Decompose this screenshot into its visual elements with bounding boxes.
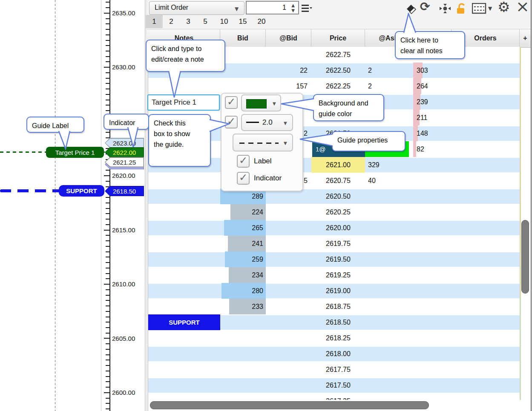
price-cell[interactable]: 2622.75 — [311, 47, 365, 63]
axis-tick — [106, 203, 109, 203]
bid-size-cell[interactable]: 233 — [148, 299, 263, 314]
at-ask-cell[interactable]: 2 — [368, 78, 372, 94]
ladder-row[interactable]: 2652620.00 — [148, 220, 520, 236]
spin-down-icon[interactable]: ▼ — [291, 9, 295, 13]
ladder-row[interactable]: 1572622.252264 — [148, 78, 520, 94]
menu-icon[interactable] — [301, 4, 312, 13]
preset-quantity-button[interactable]: 3 — [180, 15, 197, 28]
spin-up-icon[interactable]: ▲ — [291, 3, 295, 8]
ladder-row[interactable]: 2412619.75 — [148, 236, 520, 251]
horizontal-scrollbar-thumb[interactable] — [150, 401, 429, 409]
at-ask-cell[interactable]: 2 — [368, 63, 372, 78]
price-cell[interactable]: 2618.25 — [311, 330, 365, 346]
price-cell[interactable]: 2622.25 — [311, 78, 365, 94]
price-cell[interactable]: 2617.75 — [311, 362, 365, 377]
callout-text: edit/create a note — [151, 54, 220, 65]
preset-quantity-button[interactable]: 5 — [197, 15, 214, 28]
ask-size-cell[interactable]: 148 — [417, 126, 428, 141]
note-cell[interactable]: SUPPORT — [148, 314, 220, 330]
ladder-row[interactable]: 2592619.50 — [148, 251, 520, 267]
price-cell[interactable]: 2619.00 — [311, 283, 365, 299]
preset-quantity-button[interactable]: 10 — [216, 15, 233, 28]
preset-quantity-button[interactable]: 1 — [146, 15, 163, 28]
price-indicator-tag[interactable]: 2618.50 — [105, 186, 144, 196]
price-cell[interactable]: 2619.25 — [311, 267, 365, 283]
axis-tick — [106, 208, 109, 209]
ladder-edge-strip-upper — [520, 47, 521, 298]
ladder-row[interactable]: SUPPORT2618.50 — [148, 314, 520, 330]
color-enable-checkbox[interactable]: ✓ — [225, 96, 238, 109]
ladder-row[interactable]: 2618.00 — [148, 346, 520, 362]
price-indicator-tag[interactable]: 2621.25 — [105, 157, 144, 167]
ladder-row[interactable]: 2332618.75 — [148, 299, 520, 314]
bid-size-cell[interactable]: 280 — [148, 283, 263, 299]
guide-label-target-price[interactable]: Target Price 1 — [46, 147, 104, 158]
ladder-row[interactable]: 2617.25 — [148, 393, 520, 400]
axis-tick — [106, 7, 109, 8]
grid-columns-icon[interactable] — [472, 3, 486, 14]
price-cell[interactable]: 2620.50 — [311, 188, 365, 204]
price-cell[interactable]: 2620.25 — [311, 204, 365, 220]
ladder-row[interactable]: 2617.50 — [148, 377, 520, 393]
axis-tick — [106, 213, 109, 214]
price-cell[interactable]: 2619.75 — [311, 236, 365, 251]
price-cell[interactable]: 2622.50 — [311, 63, 365, 78]
preset-quantity-button[interactable]: 15 — [234, 15, 251, 28]
guide-color-dropdown[interactable]: ▼ — [241, 94, 281, 111]
ask-size-cell[interactable]: 239 — [417, 94, 428, 110]
price-cell[interactable]: 2618.00 — [311, 346, 365, 362]
callout-edit-note: Click and type toedit/create a note — [146, 40, 225, 72]
price-cell[interactable]: 2617.50 — [311, 377, 365, 393]
bid-size-cell[interactable]: 234 — [148, 267, 263, 283]
ladder-row[interactable]: 52620.7540 — [148, 173, 520, 188]
indicator-checkbox[interactable]: ✓ — [237, 172, 250, 185]
ask-size-cell[interactable]: 303 — [417, 63, 428, 78]
price-indicator-tag[interactable]: 2622.00 — [105, 147, 144, 157]
bid-size-cell[interactable]: 265 — [148, 220, 263, 236]
preset-quantity-button[interactable]: 20 — [253, 15, 270, 28]
quantity-stepper[interactable]: 1 ▲ ▼ — [246, 1, 299, 14]
price-axis[interactable] — [109, 0, 110, 411]
price-cell[interactable]: 2620.00 — [311, 220, 365, 236]
grid-chevron-icon[interactable]: ▼ — [488, 6, 492, 11]
vertical-scrollbar-thumb[interactable] — [521, 220, 529, 294]
ask-size-cell[interactable]: 264 — [417, 78, 428, 94]
settings-gear-icon[interactable]: ⚙ — [497, 0, 510, 14]
price-cell[interactable]: 2618.75 — [311, 299, 365, 314]
ask-size-cell[interactable]: 82 — [417, 141, 424, 157]
line-width-dropdown[interactable]: 2.0 ▼ — [241, 114, 293, 131]
dash-sample — [239, 143, 279, 144]
guide-label-support[interactable]: SUPPORT — [59, 185, 104, 197]
close-icon[interactable]: × — [516, 0, 529, 14]
ladder-row[interactable]: 2618.25 — [148, 330, 520, 346]
bid-size-cell[interactable]: 241 — [148, 236, 263, 251]
preset-quantity-button[interactable]: 2 — [163, 15, 180, 28]
ask-size-cell[interactable]: 211 — [417, 110, 428, 126]
axis-tick — [106, 273, 109, 274]
recenter-icon[interactable] — [439, 3, 451, 14]
label-checkbox[interactable]: ✓ — [237, 155, 250, 168]
axis-tick — [106, 365, 109, 366]
price-cell[interactable]: 2617.25 — [311, 393, 365, 400]
at-ask-cell[interactable]: 40 — [368, 173, 376, 188]
highlighted-price-cell[interactable]: 2621.00 — [311, 157, 365, 173]
line-style-dropdown[interactable]: ▼ — [233, 134, 293, 151]
note-input[interactable] — [147, 94, 220, 111]
ladder-row[interactable]: 2242620.25 — [148, 204, 520, 220]
order-type-select[interactable]: Limit Order ▼ — [149, 1, 244, 15]
header-add-column[interactable]: + — [520, 29, 531, 47]
price-indicator-value: 2621.25 — [106, 158, 144, 167]
price-cell[interactable]: 2620.75 — [311, 173, 365, 188]
ladder-row[interactable]: 2342619.25 — [148, 267, 520, 283]
bid-size-cell[interactable]: 259 — [148, 251, 263, 267]
price-cell[interactable]: 2619.50 — [311, 251, 365, 267]
at-ask-cell[interactable]: 329 — [368, 157, 380, 173]
ladder-row[interactable]: 2617.75 — [148, 362, 520, 377]
ladder-row[interactable]: 2802619.00 — [148, 283, 520, 299]
price-cell[interactable]: 2618.50 — [311, 314, 365, 330]
axis-label: 2630.00 — [112, 63, 135, 71]
unlock-icon[interactable] — [455, 2, 468, 15]
refresh-icon[interactable]: ⟳ — [420, 1, 430, 13]
bid-size-cell[interactable]: 224 — [148, 204, 263, 220]
ladder-row[interactable]: 2892620.50 — [148, 188, 520, 204]
